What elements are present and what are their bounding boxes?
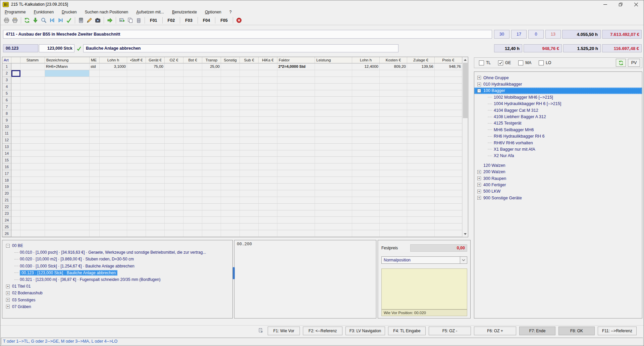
row-number[interactable]: 23 — [2, 210, 11, 217]
filter-tl[interactable]: TL — [479, 60, 491, 65]
grid-cell[interactable] — [100, 90, 127, 97]
grid-cell[interactable] — [127, 117, 146, 123]
grid-cell[interactable] — [127, 210, 146, 217]
calculator-icon[interactable] — [77, 17, 85, 24]
grid-cell[interactable] — [240, 77, 259, 84]
grid-cell[interactable] — [315, 217, 352, 224]
grid-cell[interactable] — [407, 117, 435, 123]
grid-cell[interactable] — [380, 224, 407, 230]
grid-cell[interactable] — [127, 90, 146, 97]
grid-cell[interactable] — [165, 84, 183, 90]
grid-cell[interactable] — [221, 123, 240, 130]
grid-cell[interactable] — [277, 117, 315, 123]
grid-cell[interactable] — [259, 210, 277, 217]
grid-cell[interactable] — [380, 177, 407, 184]
row-number[interactable]: 11 — [2, 130, 11, 137]
go-first-icon[interactable] — [48, 17, 56, 24]
grid-cell[interactable] — [165, 197, 183, 204]
row-number[interactable]: 19 — [2, 184, 11, 190]
catalog-item[interactable]: −100 Bagger — [474, 88, 642, 94]
grid-cell[interactable] — [183, 163, 202, 170]
grid-cell[interactable] — [45, 117, 90, 123]
fkey-f2-button[interactable]: F2: <--Referenz — [303, 327, 342, 335]
grid-cell[interactable] — [146, 190, 165, 197]
grid-cell[interactable] — [380, 204, 407, 210]
grid-cell[interactable] — [240, 157, 259, 163]
grid-cell[interactable] — [240, 210, 259, 217]
grid-cell[interactable] — [240, 204, 259, 210]
grid-cell[interactable] — [11, 117, 20, 123]
grid-cell[interactable] — [315, 117, 352, 123]
grid-cell[interactable] — [127, 224, 146, 230]
grid-cell[interactable] — [45, 230, 90, 237]
grid-cell[interactable] — [11, 170, 20, 177]
grid-cell[interactable] — [259, 103, 277, 110]
grid-cell[interactable] — [221, 150, 240, 157]
column-header-ger-t[interactable]: Gerät € — [146, 57, 165, 63]
grid-cell[interactable] — [183, 204, 202, 210]
grid-cell[interactable] — [315, 63, 352, 70]
grid-cell[interactable] — [259, 144, 277, 150]
grid-cell[interactable] — [221, 217, 240, 224]
menu-aufsetzen-mit[interactable]: Aufsetzen mit... — [136, 10, 164, 14]
grid-cell[interactable] — [100, 110, 127, 117]
grid-cell[interactable] — [146, 170, 165, 177]
row-number[interactable]: 5 — [2, 90, 11, 97]
grid-cell[interactable] — [100, 117, 127, 123]
grid-cell[interactable] — [165, 190, 183, 197]
row-number[interactable]: 10 — [2, 123, 11, 130]
grid-cell[interactable] — [127, 190, 146, 197]
grid-cell[interactable] — [183, 70, 202, 77]
grid-cell[interactable] — [277, 163, 315, 170]
grid-cell[interactable] — [183, 210, 202, 217]
lv-item[interactable]: 00.030 · [1,000 Stck] · [1.254,67 €] · B… — [2, 263, 232, 269]
grid-cell[interactable] — [435, 97, 462, 103]
grid-cell[interactable] — [45, 190, 90, 197]
catalog-item[interactable]: 4108 Liebherr Bagger A 312 — [474, 113, 642, 120]
fkey-f5-button[interactable]: F5: OZ - — [429, 327, 471, 335]
grid-cell[interactable] — [45, 97, 90, 103]
grid-cell[interactable] — [183, 84, 202, 90]
grid-cell[interactable] — [90, 84, 100, 90]
grid-cell[interactable] — [407, 204, 435, 210]
row-number[interactable]: 4 — [2, 84, 11, 90]
grid-cell[interactable] — [259, 177, 277, 184]
grid-cell[interactable] — [183, 150, 202, 157]
catalog-item[interactable]: 1002 Mobilbagger MH6 [-->215] — [474, 94, 642, 100]
grid-cell[interactable] — [277, 177, 315, 184]
grid-cell[interactable] — [380, 230, 407, 237]
column-header-oz[interactable]: OZ € — [165, 57, 183, 63]
row-number[interactable]: 21 — [2, 197, 11, 204]
grid-cell[interactable]: 2*2=4,0000 Std — [277, 63, 315, 70]
grid-cell[interactable] — [11, 230, 20, 237]
grid-cell[interactable] — [146, 204, 165, 210]
grid-cell[interactable] — [315, 204, 352, 210]
grid-cell[interactable] — [20, 150, 45, 157]
expand-plus-icon[interactable]: + — [6, 291, 10, 295]
grid-cell[interactable] — [165, 63, 183, 70]
grid-cell[interactable] — [240, 144, 259, 150]
grid-cell[interactable] — [202, 204, 221, 210]
grid-cell[interactable] — [315, 103, 352, 110]
grid-cell[interactable] — [380, 144, 407, 150]
grid-cell[interactable] — [183, 170, 202, 177]
grid-cell[interactable] — [380, 90, 407, 97]
checkbox-ma[interactable] — [518, 60, 523, 65]
row-number[interactable]: 18 — [2, 177, 11, 184]
grid-cell[interactable] — [407, 163, 435, 170]
grid-cell[interactable] — [352, 217, 380, 224]
row-number[interactable]: 7 — [2, 103, 11, 110]
grid-cell[interactable] — [380, 130, 407, 137]
grid-cell[interactable] — [407, 84, 435, 90]
grid-cell[interactable] — [315, 77, 352, 84]
grid-cell[interactable] — [380, 184, 407, 190]
festpreis-field[interactable]: 0,00 — [410, 244, 467, 252]
grid-cell[interactable] — [45, 123, 90, 130]
grid-cell[interactable] — [315, 110, 352, 117]
menu-drucken[interactable]: Drucken — [62, 10, 77, 14]
grid-cell[interactable] — [100, 210, 127, 217]
grid-cell[interactable] — [90, 90, 100, 97]
grid-cell[interactable] — [20, 144, 45, 150]
go-last-icon[interactable] — [56, 17, 65, 24]
grid-cell[interactable] — [202, 210, 221, 217]
